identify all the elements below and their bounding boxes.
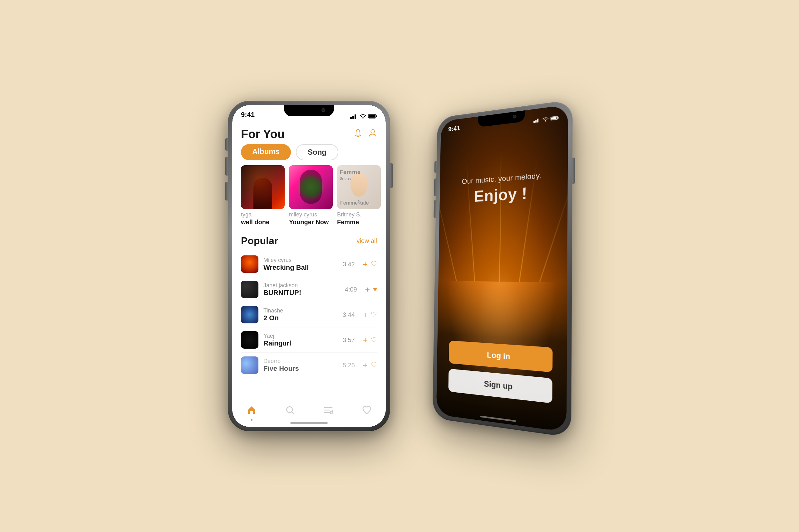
login-button[interactable]: Log in bbox=[449, 341, 552, 372]
volume-up-button bbox=[225, 157, 228, 175]
add-button-3[interactable]: + bbox=[363, 310, 368, 320]
notch-left bbox=[284, 105, 334, 116]
battery-icon-right bbox=[550, 115, 559, 121]
signal-icon bbox=[350, 114, 358, 119]
add-button-2[interactable]: + bbox=[365, 285, 370, 294]
login-tagline: Our music, your melody. Enjoy ! bbox=[461, 171, 542, 206]
battery-icon bbox=[368, 114, 377, 119]
song-actions-5: + ♡ bbox=[363, 360, 377, 370]
song-title-3: 2 On bbox=[264, 314, 338, 322]
song-title-1: Wrecking Ball bbox=[264, 264, 338, 272]
nav-home[interactable] bbox=[242, 401, 261, 419]
signup-button[interactable]: Sign up bbox=[449, 368, 552, 403]
favorite-button-5[interactable]: ♡ bbox=[371, 361, 377, 369]
status-icons-right bbox=[533, 115, 559, 123]
notch-camera-right bbox=[513, 114, 516, 118]
song-info-1: Miley cyrus Wrecking Ball bbox=[264, 257, 338, 272]
favorite-button-1[interactable]: ♡ bbox=[371, 260, 377, 268]
favorite-button-2[interactable]: ♥ bbox=[373, 285, 377, 293]
wifi-icon bbox=[360, 114, 366, 119]
favorite-button-4[interactable]: ♡ bbox=[371, 336, 377, 344]
svg-rect-1 bbox=[352, 116, 354, 119]
svg-point-3 bbox=[362, 117, 364, 118]
album-title-miley: Younger Now bbox=[289, 218, 333, 226]
song-actions-1: + ♡ bbox=[363, 260, 377, 269]
favorite-button-3[interactable]: ♡ bbox=[371, 310, 377, 319]
song-artist-3: Tinashe bbox=[264, 307, 338, 314]
song-actions-4: + ♡ bbox=[363, 335, 377, 345]
status-icons-left bbox=[350, 114, 377, 119]
song-item-3[interactable]: Tinashe 2 On 3:44 + ♡ bbox=[241, 302, 377, 327]
tab-albums[interactable]: Albums bbox=[241, 144, 291, 160]
miley-figure bbox=[300, 170, 322, 204]
left-screen: 9:41 bbox=[232, 105, 386, 427]
album-cover-miley bbox=[289, 165, 333, 209]
album-cover-britney: Femme Britney bbox=[337, 165, 381, 209]
song-thumb-2 bbox=[241, 281, 258, 298]
right-screen: 9:41 bbox=[436, 105, 568, 432]
left-phone: 9:41 bbox=[228, 101, 390, 431]
song-item-2[interactable]: Janet jackson BURNITUP! 4:09 + ♥ bbox=[241, 277, 377, 302]
view-all-button[interactable]: view all bbox=[357, 237, 377, 245]
bell-icon[interactable] bbox=[353, 128, 363, 140]
song-duration-3: 3:44 bbox=[343, 311, 355, 318]
time-left: 9:41 bbox=[241, 111, 255, 119]
album-card-britney[interactable]: Femme Britney Britney S. Femme bbox=[337, 165, 381, 226]
nav-search[interactable] bbox=[280, 401, 299, 419]
svg-rect-5 bbox=[376, 115, 377, 117]
add-button-1[interactable]: + bbox=[363, 260, 368, 269]
svg-rect-15 bbox=[558, 117, 558, 119]
svg-point-7 bbox=[371, 129, 375, 133]
song-duration-5: 5:26 bbox=[343, 362, 355, 369]
power-button-right bbox=[573, 157, 575, 184]
svg-rect-6 bbox=[369, 115, 375, 118]
volume-down-button-right bbox=[434, 200, 436, 218]
login-buttons: Log in Sign up bbox=[449, 341, 553, 403]
song-duration-2: 4:09 bbox=[345, 286, 357, 293]
song-list: Miley cyrus Wrecking Ball 3:42 + ♡ bbox=[232, 252, 386, 378]
svg-rect-10 bbox=[533, 121, 534, 123]
song-artist-5: Deorro bbox=[264, 358, 338, 364]
popular-header: Popular view all bbox=[232, 232, 386, 252]
add-button-4[interactable]: + bbox=[363, 335, 368, 345]
song-duration-1: 3:42 bbox=[343, 261, 355, 268]
album-artist-britney: Britney S. bbox=[337, 211, 381, 218]
tyga-figure bbox=[253, 178, 272, 209]
scene: 9:41 bbox=[0, 0, 799, 532]
song-info-5: Deorro Five Hours bbox=[264, 358, 338, 373]
song-info-4: Yaeji Raingurl bbox=[264, 333, 338, 347]
user-icon[interactable] bbox=[368, 129, 377, 140]
app-header: For You bbox=[232, 121, 386, 144]
song-item-4[interactable]: Yaeji Raingurl 3:57 + ♡ bbox=[241, 327, 377, 353]
phone-inner-right: 9:41 bbox=[436, 105, 568, 432]
svg-point-13 bbox=[545, 120, 546, 121]
svg-rect-0 bbox=[350, 117, 352, 119]
tab-song[interactable]: Song bbox=[296, 144, 338, 160]
nav-playlist[interactable] bbox=[319, 401, 338, 419]
wifi-icon-right bbox=[542, 117, 548, 122]
svg-rect-11 bbox=[535, 120, 537, 123]
song-title-2: BURNITUP! bbox=[264, 289, 340, 297]
tabs-container: Albums Song bbox=[232, 144, 386, 165]
popular-title: Popular bbox=[241, 235, 278, 247]
britney-text: Femme Britney bbox=[340, 168, 378, 181]
song-duration-4: 3:57 bbox=[343, 337, 355, 344]
login-app: 9:41 bbox=[436, 105, 568, 432]
song-item-5[interactable]: Deorro Five Hours 5:26 + ♡ bbox=[241, 353, 377, 378]
song-thumb-1 bbox=[241, 255, 258, 273]
album-card-tyga[interactable]: tyga well done bbox=[241, 165, 285, 226]
volume-down-button bbox=[225, 182, 228, 201]
notch-camera-left bbox=[322, 108, 325, 112]
silent-button-right bbox=[434, 161, 437, 173]
phone-inner-left: 9:41 bbox=[232, 105, 386, 427]
add-button-5[interactable]: + bbox=[363, 360, 368, 370]
nav-favorites[interactable] bbox=[357, 401, 376, 419]
song-artist-1: Miley cyrus bbox=[264, 257, 338, 264]
song-actions-2: + ♥ bbox=[365, 285, 377, 294]
svg-rect-16 bbox=[551, 117, 557, 120]
album-card-miley[interactable]: miley cyrus Younger Now bbox=[289, 165, 333, 226]
album-title-britney: Femme bbox=[337, 218, 381, 226]
time-right: 9:41 bbox=[448, 124, 460, 133]
album-title-tyga: well done bbox=[241, 218, 285, 226]
song-item-1[interactable]: Miley cyrus Wrecking Ball 3:42 + ♡ bbox=[241, 252, 377, 277]
